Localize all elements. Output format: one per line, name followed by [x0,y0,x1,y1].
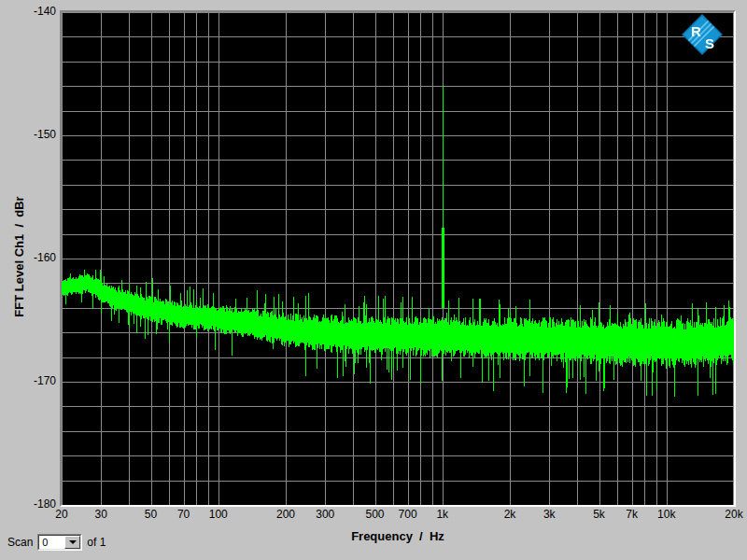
logo-letter-r: R [691,23,701,39]
scan-combobox-value[interactable]: 0 [39,536,64,549]
x-tick-label: 30 [73,509,129,521]
x-tick-label: 300 [297,509,353,521]
x-tick-label: 1k [415,509,471,521]
scan-label: Scan [7,536,33,549]
logo-letter-s: S [705,35,714,51]
scan-control: Scan 0 of 1 [7,533,106,552]
scan-count-label: of 1 [87,536,106,549]
x-axis-title: Frequency / Hz [62,529,734,543]
y-axis-title: FFT Level Ch1 / dBr [12,196,26,316]
x-tick-label: 100 [190,509,247,521]
logo-diamond [683,15,722,54]
x-tick-label: 3k [521,509,577,521]
y-tick-label: -140 [0,6,56,18]
scan-combobox-arrow-button[interactable] [64,536,80,549]
fft-plot-area: R S [60,10,736,507]
scan-combobox[interactable]: 0 [37,534,82,551]
analyzer-window: { "window": { "background": "#c3c3c3" },… [0,0,747,560]
rohde-schwarz-logo: R S [682,14,723,55]
y-tick-label: -150 [0,129,56,141]
fft-trace-canvas [62,12,734,505]
chevron-down-icon [69,540,77,544]
y-tick-label: -170 [0,375,56,387]
y-tick-label: -160 [0,252,56,264]
x-tick-label: 10k [639,509,695,521]
x-tick-label: 20k [706,509,747,521]
